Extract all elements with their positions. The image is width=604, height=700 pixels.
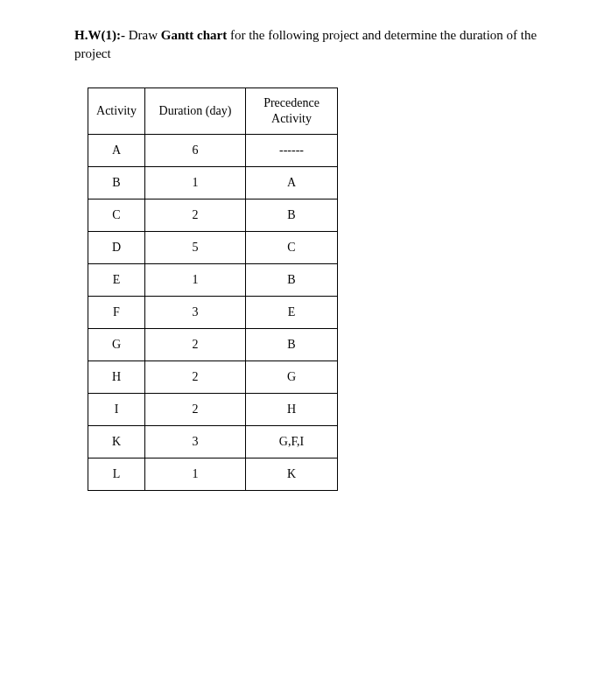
cell-duration: 2 <box>145 200 246 232</box>
cell-precedence: G <box>246 361 338 394</box>
cell-activity: F <box>88 297 145 329</box>
cell-precedence: A <box>246 167 338 200</box>
header-duration: Duration (day) <box>145 88 246 135</box>
cell-duration: 1 <box>145 264 246 297</box>
cell-precedence: E <box>246 297 338 329</box>
heading-action: Draw <box>129 28 161 42</box>
cell-precedence: ------ <box>246 135 338 167</box>
cell-duration: 2 <box>145 361 246 394</box>
table-row: I 2 H <box>88 394 338 426</box>
cell-activity: E <box>88 264 145 297</box>
table-header-row: Activity Duration (day) Precedence Activ… <box>88 88 338 135</box>
problem-heading: H.W(1):- Draw Gantt chart for the follow… <box>74 26 543 63</box>
cell-precedence: G,F,I <box>246 426 338 458</box>
cell-duration: 3 <box>145 297 246 329</box>
heading-bold-term: Gantt chart <box>161 28 227 42</box>
cell-precedence: B <box>246 329 338 361</box>
table-row: H 2 G <box>88 361 338 394</box>
cell-duration: 3 <box>145 426 246 458</box>
cell-precedence: C <box>246 232 338 264</box>
cell-precedence: H <box>246 394 338 426</box>
cell-duration: 1 <box>145 167 246 200</box>
cell-duration: 1 <box>145 458 246 491</box>
cell-duration: 2 <box>145 329 246 361</box>
cell-activity: B <box>88 167 145 200</box>
cell-activity: A <box>88 135 145 167</box>
table-row: F 3 E <box>88 297 338 329</box>
cell-activity: G <box>88 329 145 361</box>
table-row: K 3 G,F,I <box>88 426 338 458</box>
table-row: D 5 C <box>88 232 338 264</box>
table-row: E 1 B <box>88 264 338 297</box>
cell-duration: 5 <box>145 232 246 264</box>
table-body: A 6 ------ B 1 A C 2 B D 5 C E 1 B F 3 E <box>88 135 338 491</box>
cell-activity: K <box>88 426 145 458</box>
header-activity: Activity <box>88 88 145 135</box>
cell-activity: L <box>88 458 145 491</box>
table-row: B 1 A <box>88 167 338 200</box>
table-row: G 2 B <box>88 329 338 361</box>
cell-activity: D <box>88 232 145 264</box>
cell-precedence: K <box>246 458 338 491</box>
cell-activity: C <box>88 200 145 232</box>
cell-precedence: B <box>246 200 338 232</box>
table-row: C 2 B <box>88 200 338 232</box>
table-row: A 6 ------ <box>88 135 338 167</box>
cell-duration: 6 <box>145 135 246 167</box>
cell-activity: H <box>88 361 145 394</box>
project-table: Activity Duration (day) Precedence Activ… <box>88 88 338 491</box>
table-row: L 1 K <box>88 458 338 491</box>
cell-duration: 2 <box>145 394 246 426</box>
cell-activity: I <box>88 394 145 426</box>
cell-precedence: B <box>246 264 338 297</box>
heading-prefix: H.W(1):- <box>74 28 129 42</box>
header-precedence: Precedence Activity <box>246 88 338 135</box>
